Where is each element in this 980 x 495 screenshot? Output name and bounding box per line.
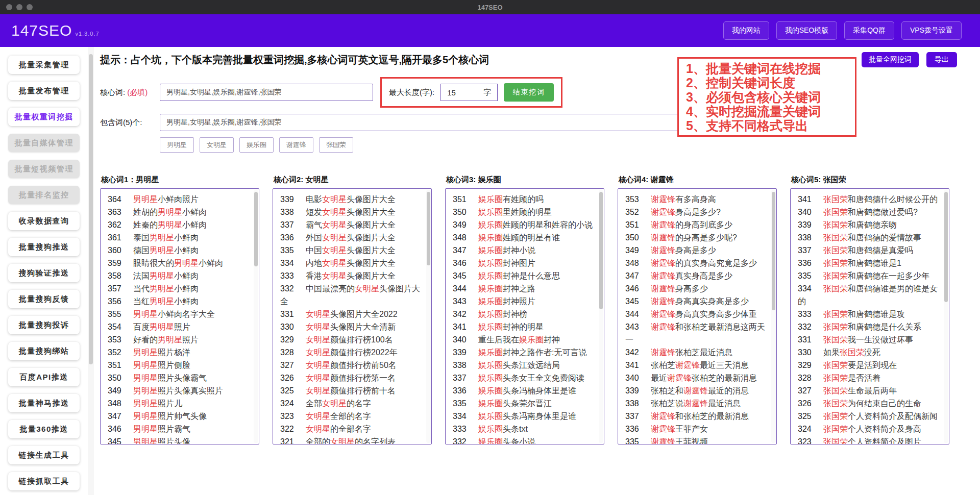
- keyword-row: 336谢霆锋王菲产女: [625, 423, 770, 435]
- sidebar-item-16[interactable]: 链接生成工具: [8, 446, 80, 464]
- keyword-text: 娱乐圈头条女王全文免费阅读: [478, 374, 584, 382]
- sidebar-item-7[interactable]: 收录数据查询: [8, 212, 80, 230]
- window-close-button[interactable]: [6, 4, 12, 10]
- keyword-row: 340最近谢霆锋张柏芝的最新消息: [625, 372, 770, 384]
- keyword-text: 娱乐圈里姓顾的明星: [478, 208, 552, 216]
- sidebar-item-11[interactable]: 批量搜狗投诉: [8, 316, 80, 334]
- header-nav-vps-dial-settings[interactable]: VPS拨号设置: [901, 21, 962, 40]
- list-scrollbar[interactable]: [254, 190, 258, 443]
- list-scrollbar-thumb[interactable]: [254, 192, 258, 266]
- highlighted-core-word: 谢霆锋: [651, 233, 675, 242]
- list-scrollbar[interactable]: [944, 190, 948, 443]
- sidebar-item-3[interactable]: 批量权重词挖掘: [8, 108, 80, 126]
- keyword-list-5[interactable]: 341张国荣和唐鹤德什么时候公开的340张国荣和唐鹤德做过爱吗?339张国荣和唐…: [790, 188, 949, 444]
- core-word-label: 核心词: (必填): [100, 88, 160, 97]
- core-word-input[interactable]: [160, 84, 373, 101]
- keyword-index: 326: [280, 372, 299, 384]
- keyword-list-3[interactable]: 351娱乐圈有姓顾的吗350娱乐圈里姓顾的明星349娱乐圈姓顾的明星和姓容的小说…: [445, 188, 604, 444]
- sidebar-item-8[interactable]: 批量搜狗推送: [8, 238, 80, 256]
- keyword-index: 346: [625, 282, 644, 295]
- keyword-text: 当代男明星小鲜肉: [133, 284, 199, 293]
- list-scrollbar-thumb[interactable]: [944, 192, 948, 302]
- header-nav-collect-qq-group[interactable]: 采集QQ群: [844, 21, 894, 40]
- max-length-field: 字: [440, 84, 498, 101]
- keyword-text: 张国荣个人资料简介及身高: [823, 425, 921, 433]
- sidebar: 批量采集管理批量发布管理批量权重词挖掘批量自媒体管理批量短视频管理批量排名监控收…: [0, 47, 88, 495]
- export-button[interactable]: 导出: [926, 52, 957, 67]
- list-scrollbar-thumb[interactable]: [772, 192, 775, 310]
- header-nav-my-website[interactable]: 我的网站: [723, 21, 769, 40]
- window-zoom-button[interactable]: [27, 4, 33, 10]
- keyword-index: 359: [108, 257, 126, 269]
- highlighted-core-word: 娱乐圈: [478, 259, 503, 267]
- keyword-row: 348娱乐圈姓顾的明星有谁: [453, 231, 598, 244]
- sidebar-scrollbar[interactable]: [88, 47, 94, 495]
- highlighted-core-word: 张国荣: [823, 271, 848, 280]
- keyword-row: 339张柏芝和谢霆锋最近的消息: [625, 384, 770, 397]
- keyword-tag-2[interactable]: 女明星: [200, 137, 234, 153]
- max-length-input[interactable]: [447, 88, 473, 97]
- keyword-text: 男明星照片杨洋: [133, 348, 190, 357]
- keyword-row: 343娱乐圈封神照片: [453, 295, 598, 308]
- keyword-tag-3[interactable]: 娱乐圈: [239, 137, 274, 153]
- keyword-tag-4[interactable]: 谢霆锋: [279, 137, 313, 153]
- keyword-row: 345男明星照片头像: [108, 435, 253, 444]
- keyword-text: 男明星照片侧脸: [133, 361, 190, 369]
- annotation-line-3: 3、必须包含核心关键词: [686, 90, 849, 104]
- keyword-text: 谢霆锋有多高身高: [651, 195, 716, 204]
- highlighted-core-word: 谢霆锋: [651, 246, 675, 255]
- keyword-index: 335: [280, 244, 299, 257]
- keyword-index: 327: [280, 359, 299, 372]
- window-minimize-button[interactable]: [16, 4, 22, 10]
- highlighted-core-word: 女明星: [306, 348, 330, 357]
- keyword-index: 363: [108, 206, 126, 218]
- keyword-list-4[interactable]: 353谢霆锋有多高身高352谢霆锋身高是多少?351谢霆锋的身高到底多少350谢…: [618, 188, 777, 444]
- keyword-text: 娱乐圈头条小说: [478, 437, 535, 444]
- keyword-row: 363姓胡的男明星小鲜肉: [108, 206, 253, 218]
- keyword-text: 娱乐圈封神照片: [478, 297, 535, 306]
- sidebar-item-10[interactable]: 批量搜狗反馈: [8, 290, 80, 308]
- list-scrollbar-thumb[interactable]: [427, 192, 430, 265]
- keyword-text: 女明星颜值排行榜第一名: [306, 374, 396, 382]
- header-nav-my-seo-template[interactable]: 我的SEO模版: [776, 21, 838, 40]
- keyword-list-2[interactable]: 339电影女明星头像图片大全338短发女明星头像图片大全337霸气女明星头像图片…: [273, 188, 432, 444]
- keyword-index: 338: [280, 206, 299, 218]
- header-nav: 我的网站我的SEO模版采集QQ群VPS拨号设置: [723, 21, 969, 40]
- keyword-tag-1[interactable]: 男明星: [160, 137, 194, 153]
- keyword-text: 娱乐圈有姓顾的吗: [478, 195, 544, 204]
- finish-mining-button[interactable]: 结束挖词: [504, 83, 554, 102]
- keyword-row: 335娱乐圈头条莞尔晋江: [453, 397, 598, 410]
- sidebar-item-12[interactable]: 批量搜狗绑站: [8, 342, 80, 360]
- highlighted-core-word: 女明星: [306, 374, 330, 382]
- keyword-index: 335: [625, 435, 644, 444]
- sidebar-scrollbar-thumb[interactable]: [89, 54, 93, 364]
- sidebar-item-17[interactable]: 链接抓取工具: [8, 472, 80, 490]
- sidebar-item-1[interactable]: 批量采集管理: [8, 56, 80, 74]
- highlighted-core-word: 男明星: [150, 297, 174, 306]
- keyword-index: 336: [798, 257, 816, 269]
- keyword-row: 337娱乐圈头条女王全文免费阅读: [453, 372, 598, 384]
- keyword-text: 全部女明星的名字: [306, 399, 371, 408]
- keyword-row: 343谢霆锋和张柏芝最新消息这两天一: [625, 320, 770, 346]
- keyword-list-1[interactable]: 364男明星小鲜肉照片363姓胡的男明星小鲜肉362姓秦的男明星小鲜肉361泰国…: [100, 188, 259, 444]
- highlighted-core-word: 谢霆锋: [651, 208, 675, 216]
- sidebar-item-15[interactable]: 批量360推送: [8, 420, 80, 438]
- sidebar-item-9[interactable]: 搜狗验证推送: [8, 264, 80, 282]
- keyword-index: 327: [798, 384, 816, 397]
- highlighted-core-word: 娱乐圈: [519, 335, 544, 344]
- list-scrollbar[interactable]: [771, 190, 776, 443]
- mine-all-network-button[interactable]: 批量全网挖词: [862, 52, 919, 67]
- sidebar-item-2[interactable]: 批量发布管理: [8, 82, 80, 100]
- keyword-tag-5[interactable]: 张国荣: [319, 137, 353, 153]
- list-scrollbar-thumb[interactable]: [599, 192, 603, 309]
- keyword-row: 321全部的女明星的名字列表: [280, 435, 425, 444]
- sidebar-item-13[interactable]: 百度API推送: [8, 368, 80, 386]
- column-header-1: 核心词1：男明星: [101, 175, 259, 185]
- sidebar-item-14[interactable]: 批量神马推送: [8, 394, 80, 412]
- list-scrollbar[interactable]: [426, 190, 431, 443]
- keyword-index: 338: [453, 359, 471, 372]
- include-word-input[interactable]: [160, 114, 722, 131]
- highlighted-core-word: 谢霆锋: [651, 220, 675, 229]
- list-scrollbar[interactable]: [599, 190, 603, 443]
- highlighted-core-word: 谢霆锋: [651, 323, 675, 331]
